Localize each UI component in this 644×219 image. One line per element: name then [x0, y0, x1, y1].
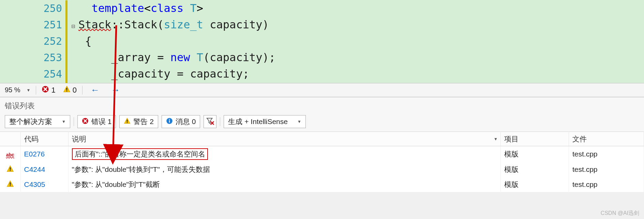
- separator: [82, 86, 83, 95]
- svg-rect-10: [10, 170, 11, 171]
- nav-arrows: ← →: [86, 85, 120, 95]
- warnings-filter-button[interactable]: 警告 2: [119, 115, 158, 128]
- warning-icon: [0, 177, 20, 192]
- svg-rect-4: [127, 120, 128, 122]
- intellisense-error-icon: abc: [0, 146, 20, 162]
- col-code[interactable]: 代码: [20, 132, 68, 146]
- table-header-row: 代码 说明▼ 项目 文件: [0, 132, 644, 146]
- svg-rect-9: [10, 167, 11, 169]
- line-number: 253: [0, 50, 68, 66]
- error-description: "参数": 从"double"转换到"T"，可能丢失数据: [68, 162, 501, 177]
- zoom-combo[interactable]: 95 % ▼: [3, 85, 32, 95]
- line-number: 255: [0, 82, 68, 83]
- warning-icon: [0, 162, 20, 177]
- error-table: 代码 说明▼ 项目 文件 abcE0276后面有"::"的名称一定是类名或命名空…: [0, 132, 644, 192]
- chevron-down-icon: ▼: [290, 119, 301, 124]
- svg-rect-2: [66, 91, 67, 91]
- error-list-panel: 错误列表 整个解决方案 ▼ 错误 1 警告 2 消息 0: [0, 97, 644, 192]
- error-count: 1: [51, 86, 55, 95]
- code-text[interactable]: Stack::Stack(size_t capacity): [78, 16, 269, 33]
- code-text[interactable]: _capacity = capacity;: [78, 66, 249, 82]
- error-file[interactable]: test.cpp: [569, 177, 644, 192]
- errors-filter-button[interactable]: 错误 1: [77, 115, 116, 128]
- code-text[interactable]: {: [78, 33, 92, 49]
- zoom-value: 95 %: [5, 86, 20, 94]
- messages-filter-button[interactable]: 消息 0: [162, 115, 200, 128]
- chevron-down-icon: ▼: [494, 137, 498, 141]
- separator: [74, 117, 74, 126]
- line-number: 254: [0, 66, 68, 82]
- scope-combo[interactable]: 整个解决方案 ▼: [5, 115, 70, 128]
- error-list-toolbar: 整个解决方案 ▼ 错误 1 警告 2 消息 0: [0, 114, 644, 132]
- table-row[interactable]: C4305"参数": 从"double"到"T"截断模版test.cpp: [0, 177, 644, 192]
- svg-rect-1: [66, 87, 67, 90]
- table-row[interactable]: abcE0276后面有"::"的名称一定是类名或命名空间名模版test.cpp: [0, 146, 644, 162]
- messages-filter-label: 消息 0: [176, 117, 196, 126]
- col-proj[interactable]: 项目: [501, 132, 569, 146]
- code-text[interactable]: _size = 0;: [78, 82, 177, 83]
- error-icon: [82, 118, 89, 126]
- code-text[interactable]: template<class T>: [78, 0, 203, 16]
- nav-forward-icon[interactable]: →: [111, 85, 120, 95]
- error-count-stat[interactable]: 1: [40, 85, 57, 95]
- col-icon[interactable]: [0, 132, 20, 146]
- error-description: 后面有"::"的名称一定是类名或命名空间名: [68, 146, 501, 162]
- error-file[interactable]: test.cpp: [569, 146, 644, 162]
- svg-rect-11: [10, 182, 11, 184]
- separator: [220, 117, 220, 126]
- line-number: 252: [0, 33, 68, 50]
- svg-rect-5: [127, 122, 128, 123]
- error-project: 模版: [501, 162, 569, 177]
- col-desc[interactable]: 说明▼: [68, 132, 501, 146]
- fold-toggle-icon[interactable]: ⊟: [68, 18, 78, 35]
- mode-label: 生成 + IntelliSense: [228, 117, 288, 126]
- table-row[interactable]: C4244"参数": 从"double"转换到"T"，可能丢失数据模版test.…: [0, 162, 644, 177]
- line-number: 250: [0, 0, 68, 17]
- warning-count-stat[interactable]: 0: [61, 85, 79, 95]
- warning-icon: [63, 85, 71, 95]
- info-icon: [166, 118, 173, 126]
- svg-rect-12: [10, 185, 11, 186]
- warning-count: 0: [73, 86, 77, 95]
- chevron-down-icon: ▼: [55, 119, 66, 124]
- error-icon: [42, 85, 49, 95]
- clear-filter-button[interactable]: [204, 115, 216, 128]
- chevron-down-icon: ▼: [22, 88, 31, 93]
- error-code[interactable]: C4305: [20, 177, 68, 192]
- separator: [36, 86, 36, 95]
- scope-label: 整个解决方案: [9, 117, 52, 126]
- svg-point-8: [169, 119, 170, 120]
- errors-filter-label: 错误 1: [91, 117, 112, 126]
- warnings-filter-label: 警告 2: [133, 117, 154, 126]
- code-line[interactable]: 253 _array = new T(capacity);: [0, 49, 644, 66]
- error-project: 模版: [501, 146, 569, 162]
- code-text[interactable]: _array = new T(capacity);: [78, 49, 275, 66]
- panel-title: 错误列表: [0, 97, 644, 114]
- error-file[interactable]: test.cpp: [569, 162, 644, 177]
- mode-combo[interactable]: 生成 + IntelliSense ▼: [224, 115, 305, 128]
- code-line[interactable]: 255 _size = 0;: [0, 82, 644, 83]
- error-description: "参数": 从"double"到"T"截断: [68, 177, 501, 192]
- code-line[interactable]: 254 _capacity = capacity;: [0, 66, 644, 82]
- watermark: CSDN @AI迅剑: [601, 210, 639, 217]
- col-file[interactable]: 文件: [569, 132, 644, 146]
- line-number: 251: [0, 17, 68, 33]
- error-code[interactable]: C4244: [20, 162, 68, 177]
- filter-clear-icon: [206, 117, 214, 127]
- svg-rect-7: [169, 120, 170, 123]
- code-line[interactable]: 250 template<class T>: [0, 0, 644, 16]
- error-code[interactable]: E0276: [20, 146, 68, 162]
- error-project: 模版: [501, 177, 569, 192]
- nav-back-icon[interactable]: ←: [91, 85, 100, 95]
- editor-status-strip: 95 % ▼ 1 0 ← →: [0, 83, 644, 97]
- warning-icon: [124, 118, 131, 126]
- code-line[interactable]: 251⊟Stack::Stack(size_t capacity): [0, 16, 644, 33]
- code-editor[interactable]: 250 template<class T>251⊟Stack::Stack(si…: [0, 0, 644, 83]
- code-line[interactable]: 252 {: [0, 33, 644, 49]
